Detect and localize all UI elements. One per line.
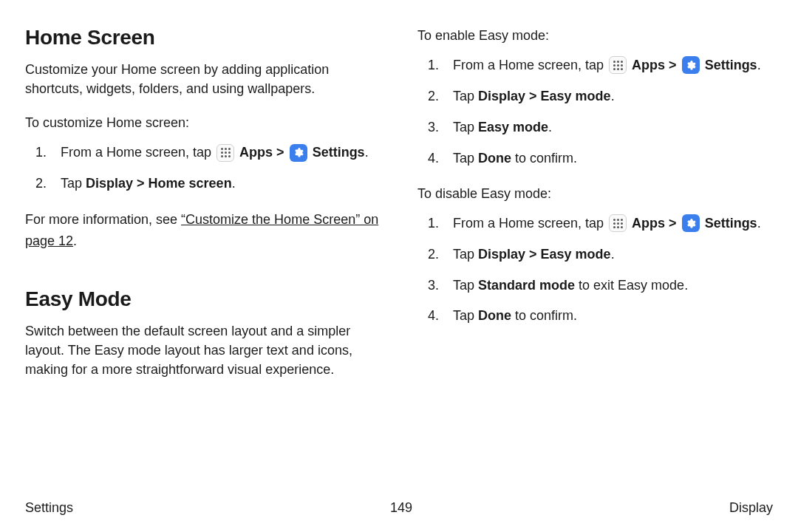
step-bold: Display > Easy mode <box>478 89 611 103</box>
period: . <box>548 120 552 134</box>
separator: > <box>665 58 681 72</box>
step-post: to confirm. <box>511 308 577 323</box>
step-text: Tap <box>453 247 478 262</box>
apps-label: Apps <box>239 145 273 160</box>
list-item: From a Home screen, tap Apps > Settings. <box>25 143 381 163</box>
step-bold: Standard mode <box>478 278 575 293</box>
lead-disable: To disable Easy mode: <box>417 184 773 203</box>
list-item: Tap Easy mode. <box>417 117 773 138</box>
steps-enable: From a Home screen, tap Apps > Settings.… <box>417 55 773 169</box>
list-item: Tap Display > Home screen. <box>25 174 381 194</box>
step-bold: Display > Easy mode <box>478 247 611 262</box>
period: . <box>611 247 615 262</box>
period: . <box>73 233 77 248</box>
more-pre: For more information, see <box>25 212 181 227</box>
apps-label: Apps <box>632 216 665 231</box>
settings-icon <box>682 214 700 232</box>
separator: > <box>665 216 681 231</box>
step-text: Tap <box>453 89 478 103</box>
settings-icon <box>682 56 700 74</box>
step-text: Tap <box>61 176 86 191</box>
footer-left: Settings <box>25 500 73 516</box>
apps-icon <box>216 144 234 162</box>
list-item: Tap Done to confirm. <box>417 306 773 327</box>
settings-icon <box>290 144 307 162</box>
step-text: From a Home screen, tap <box>453 216 607 231</box>
step-post: to exit Easy mode. <box>575 278 688 293</box>
period: . <box>365 145 369 160</box>
step-bold: Display > Home screen <box>86 176 232 191</box>
footer-right: Display <box>729 500 773 516</box>
apps-icon <box>609 214 627 232</box>
step-bold: Easy mode <box>478 120 548 134</box>
steps-home-screen: From a Home screen, tap Apps > Settings.… <box>25 143 381 194</box>
list-item: Tap Display > Easy mode. <box>417 86 773 107</box>
step-bold: Done <box>478 151 511 166</box>
list-item: Tap Done to confirm. <box>417 149 773 169</box>
heading-easy-mode: Easy Mode <box>25 287 381 311</box>
separator: > <box>273 145 288 160</box>
step-post: to confirm. <box>511 151 577 166</box>
step-text: Tap <box>453 278 478 293</box>
step-text: Tap <box>453 120 478 134</box>
page-footer: Settings 149 Display <box>25 500 773 516</box>
step-text: Tap <box>453 308 478 323</box>
list-item: Tap Display > Easy mode. <box>417 245 773 265</box>
list-item: From a Home screen, tap Apps > Settings. <box>417 55 773 76</box>
heading-home-screen: Home Screen <box>25 26 381 50</box>
list-item: From a Home screen, tap Apps > Settings. <box>417 214 773 234</box>
step-text: From a Home screen, tap <box>453 58 607 72</box>
period: . <box>611 89 615 103</box>
step-text: From a Home screen, tap <box>61 145 215 160</box>
footer-page-number: 149 <box>390 500 412 516</box>
settings-label: Settings <box>313 145 365 160</box>
left-column: Home Screen Customize your Home screen b… <box>25 26 381 394</box>
right-column: To enable Easy mode: From a Home screen,… <box>417 26 773 394</box>
settings-label: Settings <box>705 216 757 231</box>
lead-customize: To customize Home screen: <box>25 113 381 132</box>
settings-label: Settings <box>705 58 757 72</box>
intro-home-screen: Customize your Home screen by adding app… <box>25 60 381 98</box>
period: . <box>757 216 761 231</box>
apps-label: Apps <box>632 58 665 72</box>
more-info: For more information, see “Customize the… <box>25 209 381 252</box>
period: . <box>232 176 236 191</box>
intro-easy-mode: Switch between the default screen layout… <box>25 321 381 379</box>
list-item: Tap Standard mode to exit Easy mode. <box>417 276 773 296</box>
lead-enable: To enable Easy mode: <box>417 26 773 45</box>
step-bold: Done <box>478 308 511 323</box>
steps-disable: From a Home screen, tap Apps > Settings.… <box>417 214 773 327</box>
step-text: Tap <box>453 151 478 166</box>
period: . <box>757 58 761 72</box>
apps-icon <box>609 56 627 74</box>
